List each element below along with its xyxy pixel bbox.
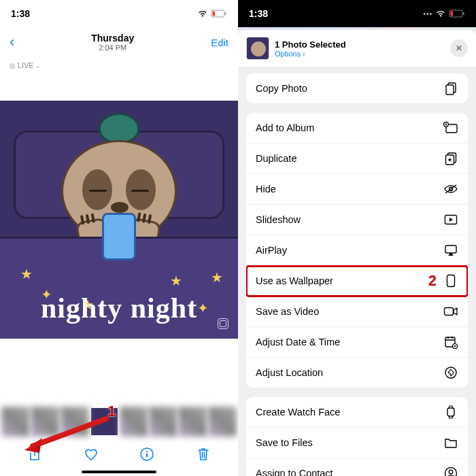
wifi-icon — [197, 10, 208, 18]
close-button[interactable]: ✕ — [450, 39, 468, 57]
step-1-label: 1 — [107, 403, 116, 420]
action-save-to-files[interactable]: Save to Files — [246, 428, 468, 458]
svg-rect-18 — [447, 275, 455, 287]
image-text: nighty night — [0, 296, 238, 321]
status-time: 1:38 — [249, 8, 268, 19]
status-time: 1:38 — [11, 8, 30, 19]
location-icon — [443, 365, 458, 380]
hide-icon — [443, 182, 458, 197]
svg-rect-19 — [445, 308, 454, 316]
action-duplicate[interactable]: Duplicate — [246, 143, 468, 174]
sheet-title: 1 Photo Selected — [275, 39, 445, 50]
svg-point-24 — [445, 468, 457, 477]
action-slideshow[interactable]: Slideshow — [246, 205, 468, 235]
status-indicators — [197, 10, 227, 18]
action-group-1: Copy Photo — [246, 73, 468, 103]
home-indicator[interactable] — [82, 471, 156, 473]
back-button[interactable]: ‹ — [10, 33, 14, 51]
action-assign-to-contact[interactable]: Assign to Contact — [246, 458, 468, 476]
nav-bar: ‹ Thursday 2:04 PM Edit — [0, 27, 238, 57]
airplay-icon — [443, 243, 458, 258]
photo-detail-screen: 1:38 ‹ Thursday 2:04 PM Edit LIVE ★ ✦ ★ … — [0, 0, 238, 476]
duplicate-icon — [443, 151, 458, 166]
svg-rect-7 — [451, 12, 454, 16]
watch-icon — [443, 405, 458, 420]
svg-rect-1 — [213, 12, 216, 16]
trash-icon[interactable] — [196, 447, 211, 462]
album-icon — [443, 120, 458, 135]
action-group-2: Add to Album Duplicate Hide Slideshow Ai… — [246, 113, 468, 388]
svg-point-25 — [449, 470, 453, 474]
svg-point-4 — [146, 451, 148, 452]
play-icon — [443, 212, 458, 227]
svg-rect-23 — [447, 408, 454, 416]
options-button[interactable]: Options › — [275, 50, 445, 58]
status-bar: 1:38 — [0, 0, 238, 27]
copy-icon — [443, 81, 458, 96]
svg-rect-5 — [146, 454, 148, 458]
step-2-label: 2 — [428, 272, 437, 290]
live-badge[interactable]: LIVE — [0, 57, 238, 73]
share-sheet-header: 1 Photo Selected Options › ✕ — [238, 30, 476, 67]
svg-rect-10 — [446, 85, 454, 95]
nav-title: Thursday 2:04 PM — [91, 33, 134, 52]
share-actions-list[interactable]: Copy Photo Add to Album Duplicate Hide S… — [238, 67, 476, 476]
phone-icon — [443, 273, 458, 288]
contact-icon — [443, 466, 458, 476]
live-text-icon[interactable] — [218, 318, 228, 329]
action-airplay[interactable]: AirPlay — [246, 235, 468, 266]
status-indicators: ••• — [423, 10, 465, 18]
video-icon — [443, 304, 458, 319]
photo-preview[interactable]: ★ ✦ ★ ★ ✦ ★ nighty night — [0, 101, 238, 339]
action-group-3: Create Watch Face Save to Files Assign t… — [246, 397, 468, 476]
folder-icon — [443, 435, 458, 450]
action-use-as-wallpaper[interactable]: Use as Wallpaper 2 — [246, 266, 468, 296]
svg-rect-17 — [445, 245, 456, 253]
status-bar: 1:38 ••• — [238, 0, 476, 27]
action-hide[interactable]: Hide — [246, 174, 468, 205]
info-icon[interactable] — [139, 447, 154, 462]
calendar-icon — [443, 335, 458, 350]
wifi-icon — [435, 10, 446, 18]
action-copy-photo[interactable]: Copy Photo — [246, 73, 468, 103]
action-save-as-video[interactable]: Save as Video — [246, 296, 468, 327]
heart-icon[interactable] — [84, 447, 99, 462]
svg-rect-8 — [463, 12, 464, 15]
action-add-to-album[interactable]: Add to Album — [246, 113, 468, 143]
action-adjust-date-time[interactable]: Adjust Date & Time — [246, 327, 468, 358]
action-adjust-location[interactable]: Adjust Location — [246, 358, 468, 388]
share-icon[interactable] — [27, 447, 42, 462]
edit-button[interactable]: Edit — [211, 37, 228, 48]
share-sheet-screen: 1:38 ••• 1 Photo Selected Options › ✕ Co… — [238, 0, 476, 476]
svg-rect-2 — [225, 12, 226, 15]
battery-low-icon — [211, 10, 227, 18]
action-create-watch-face[interactable]: Create Watch Face — [246, 397, 468, 428]
thumbnail-strip[interactable] — [0, 407, 238, 437]
battery-low-icon — [449, 10, 465, 18]
bottom-toolbar — [0, 438, 238, 471]
selected-photo-thumb — [246, 37, 269, 60]
